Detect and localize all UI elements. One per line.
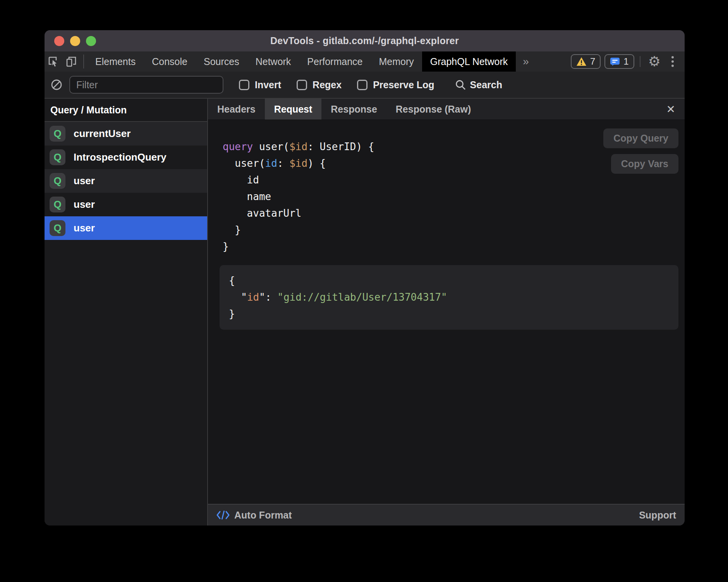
kebab-menu-icon[interactable] <box>667 56 678 67</box>
device-toolbar-icon[interactable] <box>62 51 80 72</box>
tab-elements[interactable]: Elements <box>87 51 144 72</box>
sidebar-header: Query / Mutation <box>45 99 207 122</box>
panel-tab-response[interactable]: Response <box>321 99 386 120</box>
tab-sources[interactable]: Sources <box>196 51 247 72</box>
window-title: DevTools - gitlab.com/-/graphql-explorer <box>270 35 459 46</box>
copy-query-button[interactable]: Copy Query <box>603 128 678 148</box>
variables-box: { "id": "gid://gitlab/User/13704317"} <box>220 265 678 330</box>
close-panel-icon[interactable]: ✕ <box>657 99 685 120</box>
toolbar-separator <box>640 56 640 67</box>
invert-checkbox-group[interactable]: Invert <box>239 79 281 91</box>
code-line: avatarUrl <box>223 205 678 222</box>
query-list-item-user-3[interactable]: Quser <box>45 193 207 216</box>
query-name-label: currentUser <box>74 128 130 140</box>
query-sidebar: Query / Mutation QcurrentUserQIntrospect… <box>45 99 207 526</box>
title-bar: DevTools - gitlab.com/-/graphql-explorer <box>45 30 685 51</box>
query-name-label: user <box>74 175 95 187</box>
warnings-count: 7 <box>590 56 595 67</box>
code-line: } <box>229 306 669 322</box>
minimize-window-button[interactable] <box>70 36 80 46</box>
regex-label: Regex <box>312 79 342 91</box>
preserve-log-label: Preserve Log <box>373 79 434 91</box>
regex-checkbox[interactable] <box>297 80 307 90</box>
query-type-badge: Q <box>50 149 65 165</box>
toolbar-separator <box>83 55 84 68</box>
close-window-button[interactable] <box>54 36 64 46</box>
request-content: query user($id: UserID) { user(id: $id) … <box>208 120 685 504</box>
preserve-log-checkbox-group[interactable]: Preserve Log <box>357 79 434 91</box>
preserve-log-checkbox[interactable] <box>357 80 367 90</box>
panel-tab-response-raw[interactable]: Response (Raw) <box>386 99 480 120</box>
tab-graphql-network[interactable]: GraphQL Network <box>422 51 516 72</box>
search-label: Search <box>470 79 502 91</box>
traffic-lights <box>54 30 96 51</box>
query-list: QcurrentUserQIntrospectionQueryQuserQuse… <box>45 122 207 240</box>
filter-input[interactable] <box>69 76 223 94</box>
search-icon <box>455 79 466 91</box>
auto-format-label: Auto Format <box>234 510 292 521</box>
devtools-window: DevTools - gitlab.com/-/graphql-explorer… <box>45 30 685 526</box>
invert-label: Invert <box>255 79 281 91</box>
message-icon <box>610 57 620 66</box>
panel-tabs: HeadersRequestResponseResponse (Raw) ✕ <box>208 99 685 120</box>
panel-tab-headers[interactable]: Headers <box>208 99 265 120</box>
more-tabs-icon[interactable]: » <box>516 51 536 72</box>
auto-format-button[interactable]: Auto Format <box>216 510 292 521</box>
code-line: } <box>223 238 678 255</box>
copy-vars-button[interactable]: Copy Vars <box>611 154 678 174</box>
warning-icon <box>576 57 587 66</box>
query-list-item-user-2[interactable]: Quser <box>45 169 207 193</box>
clear-filter-icon[interactable] <box>50 79 63 91</box>
query-type-badge: Q <box>50 126 65 142</box>
issues-count: 1 <box>623 56 628 67</box>
code-line: "id": "gid://gitlab/User/13704317" <box>229 289 669 306</box>
query-type-badge: Q <box>50 220 65 236</box>
query-list-item-user-4[interactable]: Quser <box>45 216 207 240</box>
code-line: { <box>229 272 669 289</box>
main-area: Query / Mutation QcurrentUserQIntrospect… <box>45 99 685 526</box>
filter-bar: InvertRegexPreserve Log Search <box>45 72 685 99</box>
zoom-window-button[interactable] <box>86 36 96 46</box>
toolbar-right-group: 7 1 ⚙ <box>571 51 685 72</box>
tab-performance[interactable]: Performance <box>299 51 371 72</box>
settings-gear-icon[interactable]: ⚙ <box>646 55 663 68</box>
tab-console[interactable]: Console <box>144 51 196 72</box>
query-name-label: user <box>74 222 95 234</box>
query-type-badge: Q <box>50 173 65 189</box>
toolbar-tabs: ElementsConsoleSourcesNetworkPerformance… <box>87 51 422 72</box>
devtools-toolbar: ElementsConsoleSourcesNetworkPerformance… <box>45 51 685 72</box>
search-toggle[interactable]: Search <box>455 79 502 91</box>
invert-checkbox[interactable] <box>239 80 249 90</box>
panel-tab-request[interactable]: Request <box>265 99 322 120</box>
panel-footer: Auto Format Support <box>208 504 685 526</box>
query-list-item-introspectionquery-1[interactable]: QIntrospectionQuery <box>45 146 207 169</box>
tab-memory[interactable]: Memory <box>371 51 422 72</box>
support-link[interactable]: Support <box>639 510 676 521</box>
copy-buttons: Copy Query Copy Vars <box>603 128 678 174</box>
warnings-badge[interactable]: 7 <box>571 54 601 69</box>
inspect-element-icon[interactable] <box>45 51 62 72</box>
request-panel: HeadersRequestResponseResponse (Raw) ✕ q… <box>208 99 685 526</box>
code-line: name <box>223 188 678 205</box>
filter-checkboxes: InvertRegexPreserve Log <box>223 79 434 91</box>
tab-network[interactable]: Network <box>247 51 299 72</box>
query-list-item-currentuser-0[interactable]: QcurrentUser <box>45 122 207 146</box>
code-line: id <box>223 172 678 188</box>
query-name-label: user <box>74 199 95 211</box>
query-type-badge: Q <box>50 197 65 212</box>
query-name-label: IntrospectionQuery <box>74 151 167 163</box>
issues-badge[interactable]: 1 <box>604 54 634 69</box>
code-brackets-icon <box>216 510 230 520</box>
code-line: } <box>223 222 678 238</box>
regex-checkbox-group[interactable]: Regex <box>297 79 342 91</box>
graphql-variables-code: { "id": "gid://gitlab/User/13704317"} <box>229 272 669 322</box>
